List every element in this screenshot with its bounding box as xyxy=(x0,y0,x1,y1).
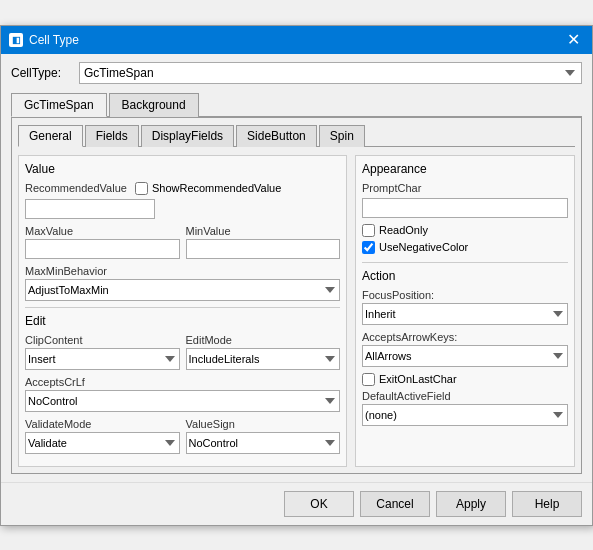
min-value-input[interactable]: -9999999.23:59:59.999999 xyxy=(186,239,341,259)
clip-content-label: ClipContent xyxy=(25,334,180,346)
apply-button[interactable]: Apply xyxy=(436,491,506,517)
main-tab-gctimespan[interactable]: GcTimeSpan xyxy=(11,93,107,117)
value-sign-label: ValueSign xyxy=(186,418,341,430)
right-column: Appearance PromptChar _ ReadOnly UseNega… xyxy=(355,155,575,467)
max-value-input[interactable]: 9999999.23:59:59.999999 xyxy=(25,239,180,259)
edit-mode-label: EditMode xyxy=(186,334,341,346)
two-column-layout: Value RecommendedValue ShowRecommendedVa… xyxy=(18,155,575,467)
max-min-behavior-label: MaxMinBehavior xyxy=(25,265,340,277)
accepts-arrow-keys-group: AcceptsArrowKeys: AllArrows xyxy=(362,331,568,367)
recommended-value-group: RecommendedValue ShowRecommendedValue 0:… xyxy=(25,182,340,219)
appearance-section: Appearance PromptChar _ ReadOnly UseNega… xyxy=(362,162,568,254)
dialog-title: Cell Type xyxy=(29,33,79,47)
help-button[interactable]: Help xyxy=(512,491,582,517)
sub-tab-general[interactable]: General xyxy=(18,125,83,147)
tab-content: General Fields DisplayFields SideButton … xyxy=(11,117,582,474)
cell-type-label: CellType: xyxy=(11,66,71,80)
value-section-title: Value xyxy=(25,162,340,176)
left-column: Value RecommendedValue ShowRecommendedVa… xyxy=(18,155,347,467)
use-negative-color-label: UseNegativeColor xyxy=(379,241,468,253)
action-title: Action xyxy=(362,269,568,283)
main-tab-background[interactable]: Background xyxy=(109,93,199,117)
cell-type-dialog: ◧ Cell Type ✕ CellType: GcTimeSpan GcTim… xyxy=(0,25,593,526)
cell-type-select[interactable]: GcTimeSpan xyxy=(79,62,582,84)
accepts-crlf-group: AcceptsCrLf NoControl xyxy=(25,376,340,412)
value-sign-select[interactable]: NoControl xyxy=(186,432,341,454)
sub-tabs: General Fields DisplayFields SideButton … xyxy=(18,124,575,147)
max-value-label: MaxValue xyxy=(25,225,180,237)
dialog-body: CellType: GcTimeSpan GcTimeSpan Backgrou… xyxy=(1,54,592,482)
clip-content-group: ClipContent Insert xyxy=(25,334,180,370)
accepts-arrow-keys-label: AcceptsArrowKeys: xyxy=(362,331,568,343)
accepts-crlf-label: AcceptsCrLf xyxy=(25,376,340,388)
cancel-button[interactable]: Cancel xyxy=(360,491,430,517)
recommended-value-input[interactable]: 0:00:00:00 xyxy=(25,199,155,219)
prompt-char-input[interactable]: _ xyxy=(362,198,568,218)
prompt-char-label: PromptChar xyxy=(362,182,568,194)
sub-tab-fields[interactable]: Fields xyxy=(85,125,139,147)
validate-valuesign-row: ValidateMode Validate ValueSign NoContro… xyxy=(25,418,340,460)
sub-tab-spin[interactable]: Spin xyxy=(319,125,365,147)
sub-tab-sidebutton[interactable]: SideButton xyxy=(236,125,317,147)
close-button[interactable]: ✕ xyxy=(563,32,584,48)
recommended-value-label: RecommendedValue xyxy=(25,182,127,194)
readonly-row: ReadOnly xyxy=(362,224,568,237)
accepts-crlf-select[interactable]: NoControl xyxy=(25,390,340,412)
default-active-field-group: DefaultActiveField (none) xyxy=(362,390,568,426)
cell-type-row: CellType: GcTimeSpan xyxy=(11,62,582,84)
max-value-group: MaxValue 9999999.23:59:59.999999 xyxy=(25,225,180,259)
readonly-label: ReadOnly xyxy=(379,224,428,236)
accepts-arrow-keys-select[interactable]: AllArrows xyxy=(362,345,568,367)
clip-editmode-row: ClipContent Insert EditMode IncludeLiter… xyxy=(25,334,340,376)
validate-mode-select[interactable]: Validate xyxy=(25,432,180,454)
prompt-char-group: PromptChar _ xyxy=(362,182,568,218)
edit-section-title: Edit xyxy=(25,314,340,328)
use-negative-color-checkbox[interactable] xyxy=(362,241,375,254)
clip-content-select[interactable]: Insert xyxy=(25,348,180,370)
title-bar-left: ◧ Cell Type xyxy=(9,33,79,47)
ok-button[interactable]: OK xyxy=(284,491,354,517)
show-recommended-label: ShowRecommendedValue xyxy=(152,182,281,194)
value-sign-group: ValueSign NoControl xyxy=(186,418,341,454)
appearance-title: Appearance xyxy=(362,162,568,176)
sub-tab-displayfields[interactable]: DisplayFields xyxy=(141,125,234,147)
focus-position-label: FocusPosition: xyxy=(362,289,568,301)
title-bar: ◧ Cell Type ✕ xyxy=(1,26,592,54)
action-section: Action FocusPosition: Inherit AcceptsArr… xyxy=(362,269,568,426)
dialog-footer: OK Cancel Apply Help xyxy=(1,482,592,525)
validate-mode-label: ValidateMode xyxy=(25,418,180,430)
readonly-checkbox[interactable] xyxy=(362,224,375,237)
use-negative-color-row: UseNegativeColor xyxy=(362,241,568,254)
min-value-group: MinValue -9999999.23:59:59.999999 xyxy=(186,225,341,259)
min-value-label: MinValue xyxy=(186,225,341,237)
show-recommended-checkbox[interactable] xyxy=(135,182,148,195)
focus-position-select[interactable]: Inherit xyxy=(362,303,568,325)
default-active-field-label: DefaultActiveField xyxy=(362,390,568,402)
edit-mode-group: EditMode IncludeLiterals xyxy=(186,334,341,370)
edit-mode-select[interactable]: IncludeLiterals xyxy=(186,348,341,370)
exit-on-last-char-row: ExitOnLastChar xyxy=(362,373,568,386)
exit-on-last-char-label: ExitOnLastChar xyxy=(379,373,457,385)
max-min-row: MaxValue 9999999.23:59:59.999999 MinValu… xyxy=(25,225,340,265)
max-min-behavior-select[interactable]: AdjustToMaxMin xyxy=(25,279,340,301)
default-active-field-select[interactable]: (none) xyxy=(362,404,568,426)
max-min-behavior-group: MaxMinBehavior AdjustToMaxMin xyxy=(25,265,340,301)
exit-on-last-char-checkbox[interactable] xyxy=(362,373,375,386)
validate-mode-group: ValidateMode Validate xyxy=(25,418,180,454)
main-tabs: GcTimeSpan Background xyxy=(11,92,582,117)
focus-position-group: FocusPosition: Inherit xyxy=(362,289,568,325)
dialog-icon: ◧ xyxy=(9,33,23,47)
show-recommended-check: ShowRecommendedValue xyxy=(135,182,281,195)
